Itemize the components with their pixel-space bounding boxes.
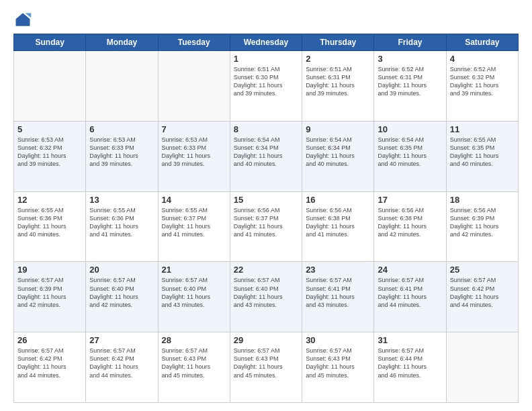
day-header-thursday: Thursday: [302, 34, 374, 51]
cell-info: Sunrise: 6:52 AM Sunset: 6:32 PM Dayligh…: [450, 65, 515, 98]
day-header-monday: Monday: [86, 34, 158, 51]
cell-info: Sunrise: 6:52 AM Sunset: 6:31 PM Dayligh…: [378, 65, 442, 98]
calendar-cell: 4Sunrise: 6:52 AM Sunset: 6:32 PM Daylig…: [446, 51, 518, 122]
cell-info: Sunrise: 6:56 AM Sunset: 6:39 PM Dayligh…: [450, 206, 515, 239]
cell-info: Sunrise: 6:55 AM Sunset: 6:36 PM Dayligh…: [17, 206, 82, 239]
calendar-cell: 27Sunrise: 6:57 AM Sunset: 6:42 PM Dayli…: [86, 332, 158, 403]
calendar-cell: 12Sunrise: 6:55 AM Sunset: 6:36 PM Dayli…: [14, 191, 86, 262]
calendar-cell: 16Sunrise: 6:56 AM Sunset: 6:38 PM Dayli…: [302, 191, 374, 262]
day-number: 28: [162, 335, 226, 345]
calendar-cell: 25Sunrise: 6:57 AM Sunset: 6:42 PM Dayli…: [446, 262, 518, 332]
day-number: 2: [306, 54, 370, 64]
cell-info: Sunrise: 6:53 AM Sunset: 6:33 PM Dayligh…: [162, 136, 226, 169]
day-number: 22: [234, 265, 298, 275]
calendar-cell: [158, 51, 230, 122]
day-number: 9: [306, 124, 370, 134]
calendar-cell: 22Sunrise: 6:57 AM Sunset: 6:40 PM Dayli…: [230, 262, 302, 332]
day-number: 8: [234, 124, 298, 134]
cell-info: Sunrise: 6:51 AM Sunset: 6:31 PM Dayligh…: [306, 65, 370, 98]
calendar-cell: 6Sunrise: 6:53 AM Sunset: 6:33 PM Daylig…: [86, 121, 158, 191]
cell-info: Sunrise: 6:55 AM Sunset: 6:35 PM Dayligh…: [450, 136, 515, 169]
calendar-cell: 3Sunrise: 6:52 AM Sunset: 6:31 PM Daylig…: [374, 51, 446, 122]
cell-info: Sunrise: 6:57 AM Sunset: 6:40 PM Dayligh…: [89, 276, 154, 309]
cell-info: Sunrise: 6:56 AM Sunset: 6:38 PM Dayligh…: [378, 206, 442, 239]
day-number: 3: [378, 54, 442, 64]
cell-info: Sunrise: 6:57 AM Sunset: 6:41 PM Dayligh…: [378, 276, 442, 309]
day-header-sunday: Sunday: [14, 34, 86, 51]
day-number: 11: [450, 124, 515, 134]
page: SundayMondayTuesdayWednesdayThursdayFrid…: [0, 0, 532, 411]
day-number: 18: [450, 195, 515, 205]
calendar-cell: [14, 51, 86, 122]
header: [13, 11, 519, 30]
calendar-cell: 1Sunrise: 6:51 AM Sunset: 6:30 PM Daylig…: [230, 51, 302, 122]
day-number: 15: [234, 195, 298, 205]
calendar-cell: 2Sunrise: 6:51 AM Sunset: 6:31 PM Daylig…: [302, 51, 374, 122]
cell-info: Sunrise: 6:57 AM Sunset: 6:42 PM Dayligh…: [17, 347, 82, 379]
cell-info: Sunrise: 6:57 AM Sunset: 6:43 PM Dayligh…: [234, 347, 298, 379]
calendar-week-4: 19Sunrise: 6:57 AM Sunset: 6:39 PM Dayli…: [14, 262, 519, 332]
cell-info: Sunrise: 6:56 AM Sunset: 6:38 PM Dayligh…: [306, 206, 370, 239]
cell-info: Sunrise: 6:57 AM Sunset: 6:44 PM Dayligh…: [378, 347, 442, 379]
day-number: 30: [306, 335, 370, 345]
day-number: 27: [89, 335, 154, 345]
calendar-cell: 26Sunrise: 6:57 AM Sunset: 6:42 PM Dayli…: [14, 332, 86, 403]
calendar-cell: 14Sunrise: 6:55 AM Sunset: 6:37 PM Dayli…: [158, 191, 230, 262]
day-header-tuesday: Tuesday: [158, 34, 230, 51]
calendar-cell: 8Sunrise: 6:54 AM Sunset: 6:34 PM Daylig…: [230, 121, 302, 191]
cell-info: Sunrise: 6:51 AM Sunset: 6:30 PM Dayligh…: [234, 65, 298, 98]
day-number: 5: [17, 124, 82, 134]
day-number: 16: [306, 195, 370, 205]
calendar-cell: 10Sunrise: 6:54 AM Sunset: 6:35 PM Dayli…: [374, 121, 446, 191]
day-number: 14: [162, 195, 226, 205]
day-number: 29: [234, 335, 298, 345]
day-number: 19: [17, 265, 82, 275]
calendar-cell: 11Sunrise: 6:55 AM Sunset: 6:35 PM Dayli…: [446, 121, 518, 191]
cell-info: Sunrise: 6:53 AM Sunset: 6:32 PM Dayligh…: [17, 136, 82, 169]
calendar-cell: 9Sunrise: 6:54 AM Sunset: 6:34 PM Daylig…: [302, 121, 374, 191]
cell-info: Sunrise: 6:57 AM Sunset: 6:42 PM Dayligh…: [89, 347, 154, 379]
day-number: 24: [378, 265, 442, 275]
day-number: 17: [378, 195, 442, 205]
day-number: 26: [17, 335, 82, 345]
logo: [13, 11, 35, 30]
cell-info: Sunrise: 6:54 AM Sunset: 6:34 PM Dayligh…: [306, 136, 370, 169]
calendar-cell: [446, 332, 518, 403]
calendar-cell: 7Sunrise: 6:53 AM Sunset: 6:33 PM Daylig…: [158, 121, 230, 191]
calendar-week-5: 26Sunrise: 6:57 AM Sunset: 6:42 PM Dayli…: [14, 332, 519, 403]
cell-info: Sunrise: 6:53 AM Sunset: 6:33 PM Dayligh…: [89, 136, 154, 169]
cell-info: Sunrise: 6:57 AM Sunset: 6:41 PM Dayligh…: [306, 276, 370, 309]
day-number: 4: [450, 54, 515, 64]
logo-icon: [13, 11, 32, 30]
calendar-week-2: 5Sunrise: 6:53 AM Sunset: 6:32 PM Daylig…: [14, 121, 519, 191]
calendar-cell: 17Sunrise: 6:56 AM Sunset: 6:38 PM Dayli…: [374, 191, 446, 262]
day-header-saturday: Saturday: [446, 34, 518, 51]
day-number: 21: [162, 265, 226, 275]
day-number: 23: [306, 265, 370, 275]
calendar-table: SundayMondayTuesdayWednesdayThursdayFrid…: [13, 34, 519, 403]
calendar-cell: [86, 51, 158, 122]
calendar-cell: 29Sunrise: 6:57 AM Sunset: 6:43 PM Dayli…: [230, 332, 302, 403]
day-header-wednesday: Wednesday: [230, 34, 302, 51]
cell-info: Sunrise: 6:56 AM Sunset: 6:37 PM Dayligh…: [234, 206, 298, 239]
cell-info: Sunrise: 6:57 AM Sunset: 6:40 PM Dayligh…: [234, 276, 298, 309]
calendar-cell: 5Sunrise: 6:53 AM Sunset: 6:32 PM Daylig…: [14, 121, 86, 191]
calendar-cell: 15Sunrise: 6:56 AM Sunset: 6:37 PM Dayli…: [230, 191, 302, 262]
cell-info: Sunrise: 6:55 AM Sunset: 6:37 PM Dayligh…: [162, 206, 226, 239]
calendar-cell: 18Sunrise: 6:56 AM Sunset: 6:39 PM Dayli…: [446, 191, 518, 262]
calendar-cell: 19Sunrise: 6:57 AM Sunset: 6:39 PM Dayli…: [14, 262, 86, 332]
calendar-cell: 21Sunrise: 6:57 AM Sunset: 6:40 PM Dayli…: [158, 262, 230, 332]
calendar-cell: 23Sunrise: 6:57 AM Sunset: 6:41 PM Dayli…: [302, 262, 374, 332]
calendar-cell: 30Sunrise: 6:57 AM Sunset: 6:43 PM Dayli…: [302, 332, 374, 403]
day-number: 7: [162, 124, 226, 134]
day-number: 31: [378, 335, 442, 345]
cell-info: Sunrise: 6:54 AM Sunset: 6:35 PM Dayligh…: [378, 136, 442, 169]
calendar-cell: 20Sunrise: 6:57 AM Sunset: 6:40 PM Dayli…: [86, 262, 158, 332]
cell-info: Sunrise: 6:57 AM Sunset: 6:39 PM Dayligh…: [17, 276, 82, 309]
cell-info: Sunrise: 6:57 AM Sunset: 6:42 PM Dayligh…: [450, 276, 515, 309]
calendar-header-row: SundayMondayTuesdayWednesdayThursdayFrid…: [14, 34, 519, 51]
day-number: 25: [450, 265, 515, 275]
day-number: 13: [89, 195, 154, 205]
calendar-week-3: 12Sunrise: 6:55 AM Sunset: 6:36 PM Dayli…: [14, 191, 519, 262]
cell-info: Sunrise: 6:55 AM Sunset: 6:36 PM Dayligh…: [89, 206, 154, 239]
